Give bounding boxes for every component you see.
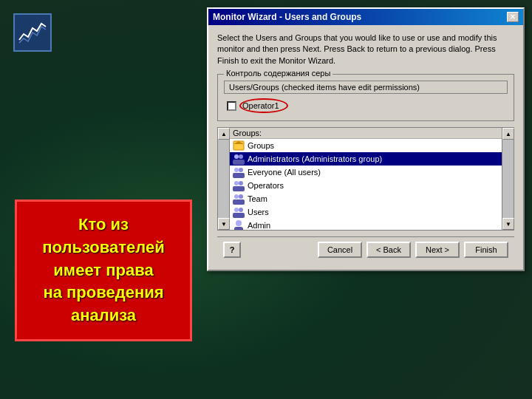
button-bar: ? Cancel < Back Next > Finish <box>217 236 514 262</box>
users-list-container: ▲ ▼ Groups: Groups Administrators (Admin… <box>217 127 514 231</box>
title-bar-buttons: ✕ <box>507 12 519 22</box>
operator1-item[interactable]: Operator1 <box>224 97 508 115</box>
svg-point-3 <box>234 154 239 159</box>
title-bar: Monitor Wizard - Users and Groups ✕ <box>208 9 523 25</box>
scroll-track-top <box>218 140 229 218</box>
svg-point-7 <box>239 168 243 172</box>
description-text: Select the Users and Groups that you wou… <box>217 33 514 66</box>
list-item[interactable]: Operators <box>230 179 502 192</box>
svg-rect-5 <box>233 160 245 165</box>
list-item[interactable]: Groups <box>230 139 502 152</box>
top-scrollbar: ▲ ▼ <box>218 128 230 230</box>
svg-rect-8 <box>233 173 245 178</box>
next-button[interactable]: Next > <box>415 242 460 258</box>
scroll-up-btn[interactable]: ▲ <box>218 128 230 140</box>
finish-button[interactable]: Finish <box>464 242 508 258</box>
right-scroll-up[interactable]: ▲ <box>502 128 514 140</box>
svg-rect-17 <box>233 213 245 218</box>
right-scroll-track <box>502 140 514 218</box>
group-box-label: Контроль содержания серы <box>224 69 332 78</box>
list-item[interactable]: Everyone (All users) <box>230 166 502 179</box>
back-button[interactable]: < Back <box>366 242 411 258</box>
svg-point-9 <box>234 181 239 185</box>
list-panel: Groups: Groups Administrators (Administr… <box>230 128 502 230</box>
right-scroll-down[interactable]: ▼ <box>502 218 514 230</box>
dialog-title: Monitor Wizard - Users and Groups <box>213 12 361 22</box>
svg-rect-19 <box>234 227 243 230</box>
svg-point-13 <box>239 194 243 199</box>
highlight-circle: Operator1 <box>239 98 288 113</box>
svg-point-10 <box>239 181 243 185</box>
list-item[interactable]: Administrators (Administrators group) <box>230 152 502 166</box>
dialog-window: Monitor Wizard - Users and Groups ✕ Sele… <box>207 7 525 271</box>
svg-point-4 <box>239 154 243 159</box>
svg-point-16 <box>239 208 243 212</box>
list-item[interactable]: Users <box>230 205 502 219</box>
groups-header-row: Groups: <box>230 128 502 139</box>
groups-header: Groups: <box>233 129 262 137</box>
cancel-button[interactable]: Cancel <box>318 242 362 258</box>
operator1-label: Operator1 <box>242 101 279 110</box>
list-item[interactable]: Admin <box>230 219 502 230</box>
close-button[interactable]: ✕ <box>507 12 519 22</box>
overlay-box: Кто из пользователей имеет права на пров… <box>15 200 192 341</box>
scroll-down-btn[interactable]: ▼ <box>218 218 230 230</box>
svg-point-18 <box>236 220 242 226</box>
svg-point-15 <box>234 208 239 212</box>
app-icon <box>13 13 52 52</box>
right-scrollbar: ▲ ▼ <box>502 128 514 230</box>
users-groups-header: Users/Groups (checked items have edit pe… <box>224 81 508 94</box>
svg-rect-14 <box>233 200 245 205</box>
svg-rect-11 <box>233 186 245 191</box>
help-button[interactable]: ? <box>223 242 241 258</box>
list-item[interactable]: Team <box>230 192 502 205</box>
svg-point-6 <box>234 168 239 172</box>
dialog-body: Select the Users and Groups that you wou… <box>208 25 523 270</box>
overlay-text: Кто из пользователей имеет права на пров… <box>26 214 181 327</box>
operator1-checkbox[interactable] <box>227 101 236 111</box>
group-box: Контроль содержания серы Users/Groups (c… <box>217 74 514 121</box>
svg-point-12 <box>234 194 239 199</box>
